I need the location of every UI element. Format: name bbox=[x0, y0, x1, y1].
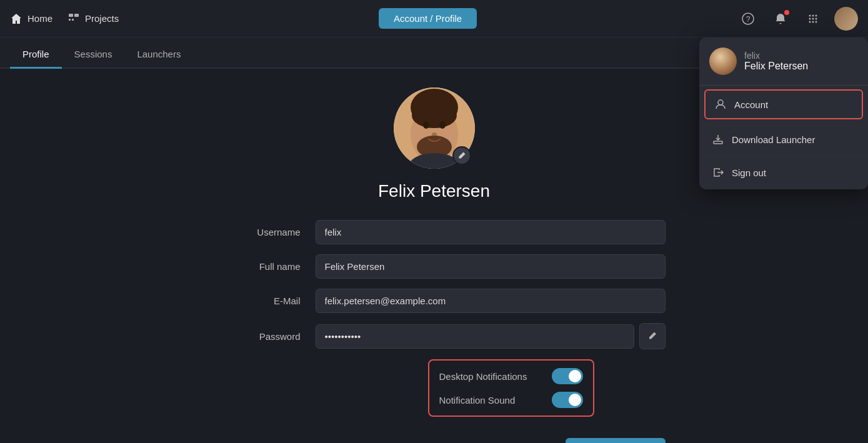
svg-point-6 bbox=[809, 14, 811, 16]
profile-avatar-wrap bbox=[394, 87, 475, 169]
account-label: Account bbox=[734, 99, 768, 110]
svg-point-19 bbox=[423, 121, 429, 129]
grid-icon bbox=[807, 12, 819, 25]
notification-sound-row: Notification Sound bbox=[439, 392, 584, 408]
tab-launchers[interactable]: Launchers bbox=[124, 41, 193, 69]
toggle-thumb-notifications bbox=[569, 370, 581, 382]
svg-point-9 bbox=[809, 17, 811, 19]
tab-sessions[interactable]: Sessions bbox=[62, 41, 125, 69]
notification-sound-label: Notification Sound bbox=[439, 395, 516, 406]
dropdown-user-info: felix Felix Petersen bbox=[744, 51, 808, 72]
svg-point-10 bbox=[812, 17, 814, 19]
password-label: Password bbox=[203, 331, 316, 342]
signout-label: Sign out bbox=[732, 167, 766, 178]
svg-point-11 bbox=[816, 17, 817, 19]
projects-icon bbox=[67, 12, 80, 25]
toggle-track-sound bbox=[552, 392, 583, 408]
fullname-row: Full name bbox=[203, 254, 666, 279]
dropdown-signout-item[interactable]: Sign out bbox=[699, 156, 868, 189]
password-row: Password bbox=[203, 323, 666, 349]
toggles-row: Desktop Notifications Notification Sound bbox=[203, 359, 666, 417]
toggles-section: Desktop Notifications Notification Sound bbox=[428, 359, 595, 417]
account-profile-button[interactable]: Account / Profile bbox=[379, 8, 477, 29]
username-row: Username bbox=[203, 220, 666, 244]
fullname-input[interactable] bbox=[316, 254, 666, 279]
signout-icon bbox=[712, 166, 724, 179]
svg-point-13 bbox=[812, 21, 814, 22]
notification-dot bbox=[784, 10, 789, 15]
save-profile-button[interactable]: Save profile bbox=[566, 438, 665, 443]
dropdown-avatar bbox=[709, 47, 737, 75]
desktop-notifications-toggle[interactable] bbox=[552, 368, 583, 384]
avatar-image bbox=[834, 7, 858, 31]
home-label: Home bbox=[27, 13, 52, 24]
nav-center: Account / Profile bbox=[119, 8, 737, 29]
download-launcher-icon bbox=[712, 133, 724, 146]
svg-rect-25 bbox=[714, 141, 722, 144]
nav-right: ? bbox=[737, 7, 858, 31]
download-launcher-label: Download Launcher bbox=[732, 134, 815, 145]
svg-rect-2 bbox=[69, 19, 71, 21]
notification-sound-toggle[interactable] bbox=[552, 392, 583, 408]
toggle-thumb-sound bbox=[569, 394, 581, 406]
user-avatar-button[interactable] bbox=[834, 7, 858, 31]
tab-profile[interactable]: Profile bbox=[10, 41, 62, 69]
dropdown-account-item[interactable]: Account bbox=[704, 89, 863, 119]
svg-rect-1 bbox=[74, 14, 79, 17]
svg-point-14 bbox=[816, 21, 817, 22]
pencil-icon bbox=[457, 151, 466, 160]
svg-text:?: ? bbox=[746, 15, 751, 24]
help-icon: ? bbox=[742, 12, 754, 25]
profile-display-name: Felix Petersen bbox=[378, 181, 490, 201]
dropdown-fullname: Felix Petersen bbox=[744, 61, 808, 72]
svg-point-7 bbox=[812, 14, 814, 16]
desktop-notifications-row: Desktop Notifications bbox=[439, 368, 584, 384]
grid-button[interactable] bbox=[802, 7, 824, 30]
svg-point-20 bbox=[439, 121, 446, 129]
email-row: E-Mail bbox=[203, 289, 666, 313]
help-button[interactable]: ? bbox=[737, 7, 759, 30]
avatar-edit-button[interactable] bbox=[452, 146, 471, 165]
toggle-track-notifications bbox=[552, 368, 583, 384]
notifications-button[interactable] bbox=[769, 7, 792, 30]
username-label: Username bbox=[203, 227, 316, 237]
home-nav[interactable]: Home bbox=[10, 12, 52, 25]
svg-rect-3 bbox=[72, 19, 74, 21]
fullname-label: Full name bbox=[203, 261, 316, 272]
svg-rect-0 bbox=[69, 14, 73, 17]
dropdown-download-launcher-item[interactable]: Download Launcher bbox=[699, 123, 868, 156]
dropdown-header: felix Felix Petersen bbox=[699, 37, 868, 86]
svg-point-24 bbox=[718, 100, 723, 105]
projects-label: Projects bbox=[85, 13, 119, 24]
svg-point-12 bbox=[809, 21, 811, 22]
svg-point-8 bbox=[816, 14, 817, 16]
dropdown-username: felix bbox=[744, 51, 808, 61]
email-label: E-Mail bbox=[203, 296, 316, 306]
svg-point-18 bbox=[412, 103, 457, 128]
desktop-notifications-label: Desktop Notifications bbox=[439, 371, 527, 382]
save-row: Save profile bbox=[203, 432, 666, 443]
password-input[interactable] bbox=[316, 324, 634, 349]
pencil-icon-password bbox=[647, 331, 657, 341]
profile-form: Username Full name E-Mail Password bbox=[203, 220, 666, 443]
email-input[interactable] bbox=[316, 289, 666, 313]
password-edit-button[interactable] bbox=[639, 323, 666, 349]
account-icon bbox=[714, 98, 727, 111]
username-input[interactable] bbox=[316, 220, 666, 244]
top-navigation: Home Projects Account / Profile ? bbox=[0, 0, 868, 37]
dropdown-menu: felix Felix Petersen Account Download La… bbox=[699, 37, 868, 189]
projects-nav[interactable]: Projects bbox=[67, 12, 119, 25]
nav-left: Home Projects bbox=[10, 12, 119, 25]
home-icon bbox=[10, 12, 22, 25]
